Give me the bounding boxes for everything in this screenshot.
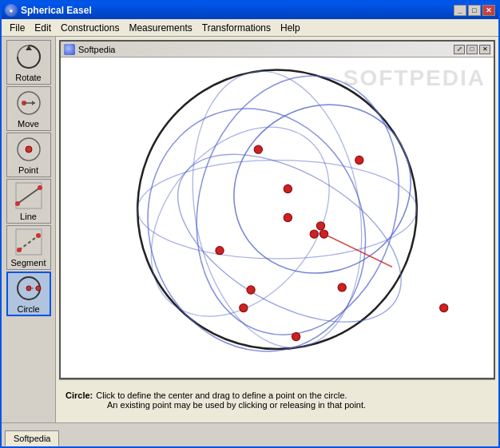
svg-point-38 [440, 303, 448, 311]
svg-line-9 [18, 188, 40, 204]
close-button[interactable]: ✕ [482, 5, 495, 16]
point-label: Point [18, 165, 38, 175]
canvas-area: Softpedia ⤢ □ ✕ SOFTPEDIA [56, 37, 498, 422]
svg-point-29 [355, 156, 363, 164]
svg-point-28 [254, 145, 262, 153]
svg-point-30 [216, 246, 224, 254]
rotate-label: Rotate [15, 73, 41, 82]
status-label: Circle: [65, 391, 93, 400]
inner-close-button[interactable]: ✕ [479, 45, 490, 54]
title-controls: _ □ ✕ [454, 5, 495, 16]
status-text-2: An existing point may be used by clickin… [107, 400, 366, 410]
status-line-2: An existing point may be used by clickin… [65, 400, 489, 410]
svg-point-37 [338, 283, 346, 291]
menu-edit[interactable]: Edit [30, 21, 56, 35]
status-text-1: Click to define the center and drag to d… [96, 391, 347, 400]
toolbar: Rotate Move [2, 37, 56, 422]
svg-line-13 [19, 236, 38, 250]
svg-point-39 [240, 303, 248, 311]
line-label: Line [20, 212, 37, 221]
status-bar: Circle: Click to define the center and d… [59, 379, 495, 419]
move-icon [14, 89, 43, 117]
sphere-drawing [61, 57, 494, 378]
inner-window: Softpedia ⤢ □ ✕ SOFTPEDIA [59, 40, 495, 379]
main-window: ● Spherical Easel _ □ ✕ File Edit Constr… [0, 0, 500, 448]
menu-help[interactable]: Help [276, 21, 305, 35]
inner-title-bar: Softpedia ⤢ □ ✕ [61, 42, 494, 57]
svg-point-32 [316, 222, 324, 230]
inner-maximize-button[interactable]: □ [466, 45, 478, 54]
menu-bar: File Edit Constructions Measurements Tra… [2, 19, 498, 37]
inner-controls: ⤢ □ ✕ [454, 45, 490, 54]
tool-circle[interactable]: Circle [6, 272, 51, 316]
segment-label: Segment [10, 258, 46, 268]
inner-restore-button[interactable]: ⤢ [454, 45, 465, 54]
tool-point[interactable]: Point [6, 133, 51, 177]
svg-point-15 [36, 233, 41, 238]
svg-point-10 [15, 201, 20, 206]
tool-segment[interactable]: Segment [6, 225, 51, 270]
svg-point-36 [284, 184, 292, 192]
circle-icon [14, 274, 43, 303]
tab-softpedia[interactable]: Softpedia [5, 430, 59, 446]
title-bar-left: ● Spherical Easel [5, 4, 92, 17]
menu-transformations[interactable]: Transformations [197, 21, 276, 35]
app-icon: ● [5, 4, 18, 17]
title-bar: ● Spherical Easel _ □ ✕ [2, 2, 498, 19]
inner-title-left: Softpedia [64, 44, 115, 55]
tool-rotate[interactable]: Rotate [6, 40, 51, 85]
main-content: Rotate Move [2, 37, 498, 422]
move-label: Move [18, 119, 39, 129]
svg-marker-5 [32, 101, 35, 105]
menu-file[interactable]: File [5, 21, 30, 35]
svg-point-11 [38, 185, 42, 190]
inner-window-title: Softpedia [78, 45, 115, 54]
status-line-1: Circle: Click to define the center and d… [65, 391, 489, 400]
svg-point-14 [17, 248, 22, 252]
point-icon [14, 135, 43, 164]
line-icon [14, 181, 43, 210]
svg-point-40 [292, 332, 300, 340]
rotate-icon [14, 42, 43, 71]
svg-point-34 [310, 230, 318, 238]
window-title: Spherical Easel [21, 5, 92, 16]
menu-measurements[interactable]: Measurements [124, 21, 196, 35]
bottom-tab-bar: Softpedia [2, 422, 498, 446]
circle-label: Circle [17, 304, 39, 314]
segment-icon [14, 228, 43, 256]
tool-line[interactable]: Line [6, 179, 51, 224]
maximize-button[interactable]: □ [468, 5, 481, 16]
svg-point-7 [26, 146, 32, 153]
svg-point-31 [284, 213, 292, 221]
inner-window-icon [64, 44, 75, 55]
drawing-canvas[interactable]: SOFTPEDIA [61, 57, 494, 378]
menu-constructions[interactable]: Constructions [56, 21, 124, 35]
tool-move[interactable]: Move [6, 86, 51, 131]
svg-point-35 [247, 286, 255, 294]
minimize-button[interactable]: _ [454, 5, 466, 16]
